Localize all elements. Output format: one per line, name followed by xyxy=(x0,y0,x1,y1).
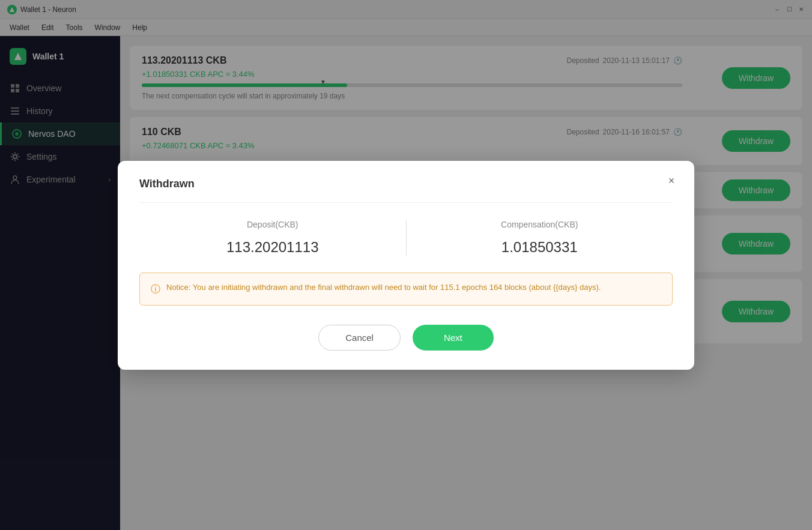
modal-deposit-value: 113.20201113 xyxy=(151,239,394,256)
notice-box: ⓘ Notice: You are initiating withdrawn a… xyxy=(139,273,673,306)
withdraw-modal: Withdrawn × Deposit(CKB) 113.20201113 Co… xyxy=(118,161,694,370)
modal-compensation-col: Compensation(CKB) 1.01850331 xyxy=(407,220,673,256)
modal-deposit-label: Deposit(CKB) xyxy=(151,220,394,229)
modal-overlay: Withdrawn × Deposit(CKB) 113.20201113 Co… xyxy=(0,0,812,530)
notice-icon: ⓘ xyxy=(151,282,160,297)
cancel-button[interactable]: Cancel xyxy=(318,325,401,351)
modal-divider xyxy=(139,202,673,203)
modal-columns: Deposit(CKB) 113.20201113 Compensation(C… xyxy=(139,220,673,256)
modal-compensation-label: Compensation(CKB) xyxy=(419,220,661,229)
next-button[interactable]: Next xyxy=(413,325,494,351)
modal-actions: Cancel Next xyxy=(139,325,673,351)
modal-compensation-value: 1.01850331 xyxy=(419,239,661,256)
modal-title: Withdrawn xyxy=(139,178,673,190)
notice-text: Notice: You are initiating withdrawn and… xyxy=(166,282,601,294)
modal-close-button[interactable]: × xyxy=(663,173,680,190)
modal-deposit-col: Deposit(CKB) 113.20201113 xyxy=(139,220,407,256)
